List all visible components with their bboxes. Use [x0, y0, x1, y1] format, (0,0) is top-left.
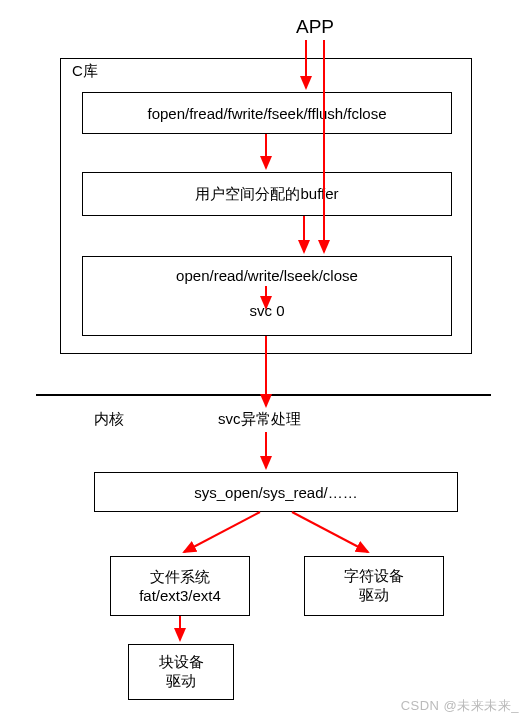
c-lib-open-text: open/read/write/lseek/close: [176, 267, 358, 284]
chardev-text2: 驱动: [359, 586, 389, 605]
filesystem-text1: 文件系统: [150, 568, 210, 587]
svg-line-8: [292, 512, 368, 552]
blockdev-text1: 块设备: [159, 653, 204, 672]
svc-handler-label: svc异常处理: [218, 410, 301, 429]
chardev-text1: 字符设备: [344, 567, 404, 586]
chardev-box: 字符设备 驱动: [304, 556, 444, 616]
filesystem-text2: fat/ext3/ext4: [139, 587, 221, 604]
kernel-label: 内核: [94, 410, 124, 429]
c-lib-fopen-text: fopen/fread/fwrite/fseek/fflush/fclose: [147, 105, 386, 122]
c-lib-buffer-text: 用户空间分配的buffer: [195, 185, 338, 204]
c-lib-open-box: open/read/write/lseek/close svc 0: [82, 256, 452, 336]
watermark: CSDN @未来未来_: [401, 697, 519, 715]
svg-line-7: [184, 512, 260, 552]
c-lib-fopen-box: fopen/fread/fwrite/fseek/fflush/fclose: [82, 92, 452, 134]
blockdev-text2: 驱动: [166, 672, 196, 691]
app-label: APP: [296, 16, 334, 38]
syscall-box: sys_open/sys_read/……: [94, 472, 458, 512]
c-lib-svc0-text: svc 0: [249, 302, 284, 319]
syscall-text: sys_open/sys_read/……: [194, 484, 357, 501]
divider-line: [36, 394, 491, 396]
c-lib-buffer-box: 用户空间分配的buffer: [82, 172, 452, 216]
c-lib-label: C库: [72, 62, 98, 81]
filesystem-box: 文件系统 fat/ext3/ext4: [110, 556, 250, 616]
blockdev-box: 块设备 驱动: [128, 644, 234, 700]
